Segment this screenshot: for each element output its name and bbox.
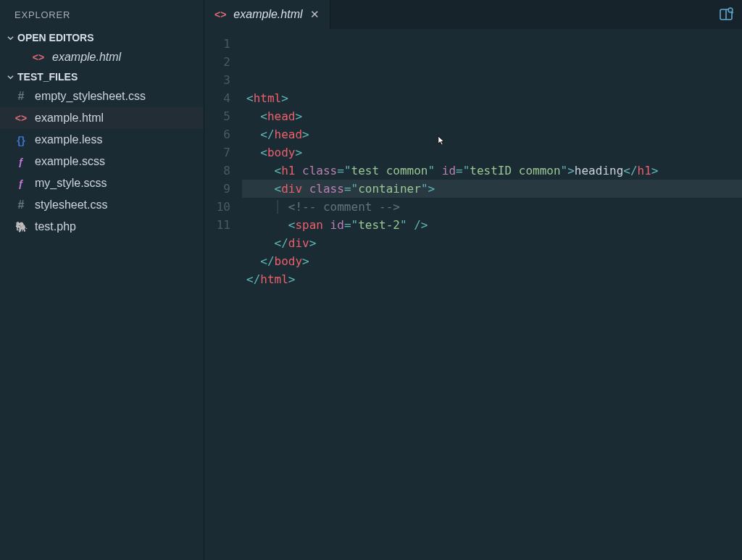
open-editors-list: <> example.html xyxy=(0,46,204,68)
file-name-label: my_style.scss xyxy=(35,177,204,190)
html-file-icon: <> xyxy=(14,112,28,125)
code-content[interactable]: <html> <head> </head> <body> <h1 class="… xyxy=(246,35,742,560)
line-number: 2 xyxy=(204,53,230,71)
file-item[interactable]: <>example.html xyxy=(0,107,204,129)
tabbar-spacer xyxy=(330,0,710,29)
code-line[interactable]: </html> xyxy=(246,270,742,288)
chevron-down-icon xyxy=(6,33,14,42)
explorer-sidebar: EXPLORER OPEN EDITORS <> example.html TE… xyxy=(0,0,204,560)
editor-tab[interactable]: <> example.html ✕ xyxy=(204,0,330,29)
editor-area: <> example.html ✕ 1234567891011 <html> <… xyxy=(204,0,742,560)
code-line[interactable]: <span id="test-2" /> xyxy=(246,216,742,234)
split-editor-button[interactable] xyxy=(710,0,742,29)
file-item[interactable]: ƒmy_style.scss xyxy=(0,172,204,194)
folder-name-label: TEST_FILES xyxy=(17,71,78,83)
code-line[interactable]: │ <!-- comment --> xyxy=(246,198,742,216)
line-number: 5 xyxy=(204,107,230,125)
line-number: 4 xyxy=(204,89,230,107)
line-number: 9 xyxy=(204,180,230,198)
hash-file-icon: # xyxy=(14,198,28,212)
scss-file-icon: ƒ xyxy=(14,155,28,168)
scss-file-icon: ƒ xyxy=(14,177,28,190)
close-tab-icon[interactable]: ✕ xyxy=(310,8,320,21)
file-name-label: stylesheet.css xyxy=(35,198,204,212)
file-name-label: empty_stylesheet.css xyxy=(35,90,204,103)
open-editors-label: OPEN EDITORS xyxy=(17,32,94,43)
file-item[interactable]: #empty_stylesheet.css xyxy=(0,85,204,107)
chevron-down-icon xyxy=(6,72,14,81)
file-item[interactable]: #stylesheet.css xyxy=(0,194,204,216)
tab-filename: example.html xyxy=(233,8,302,21)
open-editors-header[interactable]: OPEN EDITORS xyxy=(0,29,204,46)
explorer-title-text: EXPLORER xyxy=(14,9,70,20)
open-editor-filename: example.html xyxy=(52,51,204,64)
file-item[interactable]: {}example.less xyxy=(0,129,204,151)
file-name-label: example.scss xyxy=(35,155,204,168)
code-line[interactable]: <h1 class="test common" id="testID commo… xyxy=(246,162,742,180)
code-editor[interactable]: 1234567891011 <html> <head> </head> <bod… xyxy=(204,29,742,560)
html-file-icon: <> xyxy=(214,9,226,20)
line-number: 7 xyxy=(204,143,230,162)
html-file-icon: <> xyxy=(32,51,45,64)
file-name-label: example.html xyxy=(35,112,204,125)
code-line[interactable]: <html> xyxy=(246,89,742,107)
braces-file-icon: {} xyxy=(14,133,28,146)
open-editor-item[interactable]: <> example.html xyxy=(0,46,204,68)
tab-bar: <> example.html ✕ xyxy=(204,0,742,29)
php-file-icon: 🐘 xyxy=(14,220,28,233)
code-line[interactable]: <div class="container"> xyxy=(242,180,742,198)
line-number: 10 xyxy=(204,198,230,216)
folder-header[interactable]: TEST_FILES xyxy=(0,68,204,85)
code-line[interactable]: </div> xyxy=(246,234,742,252)
folder-file-list: #empty_stylesheet.css<>example.html{}exa… xyxy=(0,85,204,238)
line-number: 6 xyxy=(204,125,230,143)
code-line[interactable]: <body> xyxy=(246,143,742,162)
line-number-gutter: 1234567891011 xyxy=(204,35,246,560)
code-line[interactable]: <head> xyxy=(246,107,742,125)
line-number: 8 xyxy=(204,162,230,180)
code-line[interactable]: </head> xyxy=(246,125,742,143)
explorer-title: EXPLORER xyxy=(0,0,204,29)
hash-file-icon: # xyxy=(14,90,28,103)
file-name-label: example.less xyxy=(35,133,204,146)
line-number: 1 xyxy=(204,35,230,53)
file-item[interactable]: ƒexample.scss xyxy=(0,151,204,172)
code-line[interactable]: </body> xyxy=(246,252,742,270)
line-number: 11 xyxy=(204,216,230,234)
file-item[interactable]: 🐘test.php xyxy=(0,216,204,238)
file-name-label: test.php xyxy=(35,220,204,233)
line-number: 3 xyxy=(204,71,230,89)
